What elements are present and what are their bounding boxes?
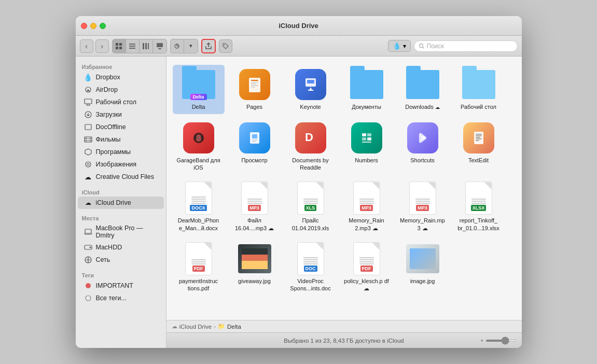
breadcrumb-separator: › [214,324,216,330]
shortcuts-icon [406,121,439,155]
file-item-memory-rain[interactable]: MP3 Memory_Rain.mp3 ☁ [397,178,449,235]
file-item-documents-readdle[interactable]: D Documents by Readdle [285,118,337,175]
breadcrumb-delta[interactable]: 📁 Delta [218,323,241,330]
dropbox-label: ▾ [403,43,406,50]
file-item-videoproc[interactable]: DOC VideoProc Spons...ints.doc [285,239,337,296]
svg-rect-54 [252,139,257,141]
file-item-pages[interactable]: Pages [229,65,281,114]
gallery-view-button[interactable] [153,39,166,53]
sidebar-label-desktop: Рабочий стол [96,99,136,106]
file-item-numbers[interactable]: Numbers [341,118,393,175]
policy-pdf-label: policy_klesch.p df ☁ [343,277,390,292]
sidebar-item-desktop[interactable]: Рабочий стол [78,96,164,108]
svg-rect-60 [367,137,371,141]
docs-label: Документы [352,103,381,110]
forward-button[interactable]: › [95,39,109,53]
sidebar-item-dropbox[interactable]: 💧 Dropbox [78,71,164,83]
sidebar-item-all-tags[interactable]: Все теги... [78,292,164,304]
file-item-memory-rain-2[interactable]: MP3 Memory_Rain 2.mp3 ☁ [341,178,393,235]
close-button[interactable] [81,23,87,29]
pages-icon [238,68,271,101]
file-item-shortcuts[interactable]: Shortcuts [397,118,449,175]
file-item-desktop-folder[interactable]: Рабочий стол [453,65,505,114]
file-item-preview[interactable]: Просмотр [229,118,281,175]
breadcrumb-delta-label: Delta [227,324,241,330]
share-button[interactable] [201,39,216,53]
payment-pdf-label: paymentInstruc tions.pdf [175,277,222,292]
arrange-group: ▾ [170,39,198,53]
sidebar-item-creative-cloud[interactable]: ☁ Creative Cloud Files [78,171,164,183]
breadcrumb-icloud[interactable]: ☁ iCloud Drive [172,323,212,330]
sidebar-label-macbook: MacBook Pro — Dmitry [96,225,158,239]
file-item-downloads[interactable]: Downloads ☁ [397,65,449,114]
minimize-button[interactable] [90,23,96,29]
sidebar-item-important[interactable]: IMPORTANT [78,279,164,292]
maximize-button[interactable] [100,23,106,29]
sidebar-item-programs[interactable]: Программы [78,146,164,158]
svg-rect-4 [129,44,135,45]
desktop-folder-icon [462,68,495,101]
dearmob-icon: DOCX [182,181,215,215]
file-item-dearmob[interactable]: DOCX DearMob_iPhon e_Man...й.docx [173,178,225,235]
tag-button[interactable] [219,39,232,53]
sidebar-item-machdd[interactable]: MacHDD [78,241,164,254]
file-item-docs[interactable]: Документы [341,65,393,114]
sidebar-item-images[interactable]: Изображения [78,158,164,171]
icloud-header: iCloud [76,186,166,197]
sidebar-item-macbook[interactable]: MacBook Pro — Dmitry [78,222,164,241]
price-xls-label: Прайс 01.04.2019.xls [287,217,334,232]
file-item-garageband[interactable]: GarageBand для iOS [173,118,225,175]
sidebar-item-docoffline[interactable]: DocOffline [78,121,164,133]
programs-icon [84,148,92,156]
sidebar-item-movies[interactable]: Фильмы [78,133,164,146]
memory-rain-label: Memory_Rain.mp3 ☁ [399,217,446,232]
creative-cloud-icon: ☁ [84,173,92,181]
file-item-image-jpg[interactable]: image.jpg [397,239,449,296]
sidebar-item-network[interactable]: Сеть [78,254,164,266]
file-item-textedit[interactable]: TextEdit [453,118,505,175]
arrange-chevron[interactable]: ▾ [184,39,198,53]
file-item-report-xlsx[interactable]: XLSX report_Tinkoff_ br_01.0...19.xlsx [453,178,505,235]
sidebar-item-icloud-drive[interactable]: ☁ iCloud Drive [78,197,164,209]
delta-label: Delta [192,103,205,110]
downloads-folder-icon [406,68,439,101]
sidebar-item-downloads[interactable]: Загрузки [78,108,164,121]
textedit-icon [462,121,495,155]
zoom-slider[interactable] [485,340,517,342]
sidebar-label-airdrop: AirDrop [96,86,118,93]
search-box[interactable]: Поиск [414,40,518,52]
arrange-button[interactable] [171,39,184,53]
file-item-price-xls[interactable]: XLS Прайс 01.04.2019.xls [285,178,337,235]
macbook-icon [84,228,92,236]
videoproc-label: VideoProc Spons...ints.doc [287,277,334,292]
docs-folder-icon [350,68,383,101]
list-view-button[interactable] [126,39,140,53]
svg-rect-2 [116,47,118,49]
icon-view-button[interactable] [113,39,126,53]
file-item-policy-pdf[interactable]: PDF policy_klesch.p df ☁ [341,239,393,296]
file-item-delta[interactable]: Delta Delta [173,65,225,114]
breadcrumb-icloud-label: iCloud Drive [179,324,212,330]
breadcrumb-bar: ☁ iCloud Drive › 📁 Delta [166,320,522,332]
sidebar-label-movies: Фильмы [96,136,121,143]
sidebar-item-airdrop[interactable]: AirDrop [78,83,164,96]
desktop-icon [84,98,92,106]
svg-rect-25 [85,137,92,142]
back-button[interactable]: ‹ [80,39,93,53]
file-item-keynote[interactable]: Keynote [285,65,337,114]
file-item-giveaway[interactable]: giveaway.jpg [229,239,281,296]
statusbar: Выбрано 1 из 23, 8,43 ГБ доступно в iClo… [166,332,522,348]
svg-rect-65 [476,137,480,138]
column-view-button[interactable] [140,39,153,53]
dropbox-button[interactable]: 💧 ▾ [388,40,411,52]
downloads-label: Downloads ☁ [405,103,439,111]
svg-rect-67 [476,140,479,141]
dropbox-sidebar-icon: 💧 [84,73,92,81]
svg-rect-44 [251,87,255,88]
file-item-payment-pdf[interactable]: PDF paymentInstruc tions.pdf [173,239,225,296]
svg-rect-61 [362,142,371,143]
svg-rect-10 [157,43,163,47]
svg-rect-57 [362,133,366,136]
file-item-file-mp3[interactable]: MP3 Файл 16.04....mp3 ☁ [229,178,281,235]
svg-rect-58 [367,133,371,136]
